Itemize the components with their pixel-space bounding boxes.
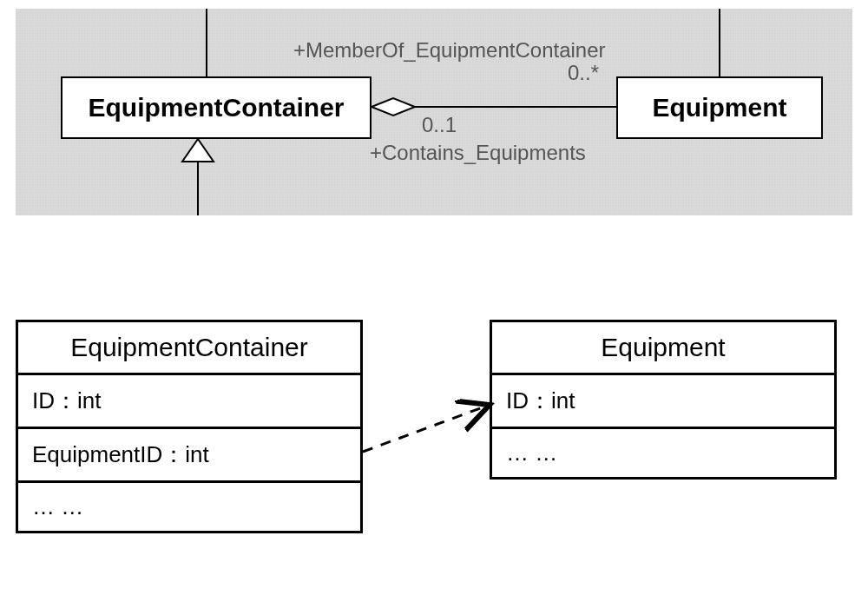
table-row: … … <box>18 483 360 531</box>
assoc-label-contains: +Contains_Equipments <box>370 141 586 165</box>
table-row: EquipmentID：int <box>18 429 360 483</box>
uml-panel: EquipmentContainer Equipment +MemberOf_E… <box>16 9 852 215</box>
table-equipment-container-title: EquipmentContainer <box>18 322 360 375</box>
table-equipment-title: Equipment <box>492 322 834 375</box>
class-equipment-name: Equipment <box>653 93 787 122</box>
assoc-mult-bottom: 0..1 <box>422 113 457 137</box>
class-equipment-container-name: EquipmentContainer <box>88 93 344 122</box>
svg-marker-5 <box>182 139 214 162</box>
table-row: ID：int <box>18 375 360 429</box>
assoc-label-memberof: +MemberOf_EquipmentContainer <box>293 38 606 63</box>
table-equipment-container: EquipmentContainer ID：int EquipmentID：in… <box>16 320 363 533</box>
table-equipment: Equipment ID：int … … <box>490 320 837 480</box>
assoc-mult-top: 0..* <box>568 61 599 85</box>
table-row: … … <box>492 429 834 477</box>
class-equipment: Equipment <box>616 76 823 139</box>
table-row: ID：int <box>492 375 834 429</box>
svg-line-6 <box>363 405 490 452</box>
class-equipment-container: EquipmentContainer <box>61 76 372 139</box>
svg-marker-3 <box>372 98 415 116</box>
diagram-canvas: EquipmentContainer Equipment +MemberOf_E… <box>0 0 868 602</box>
